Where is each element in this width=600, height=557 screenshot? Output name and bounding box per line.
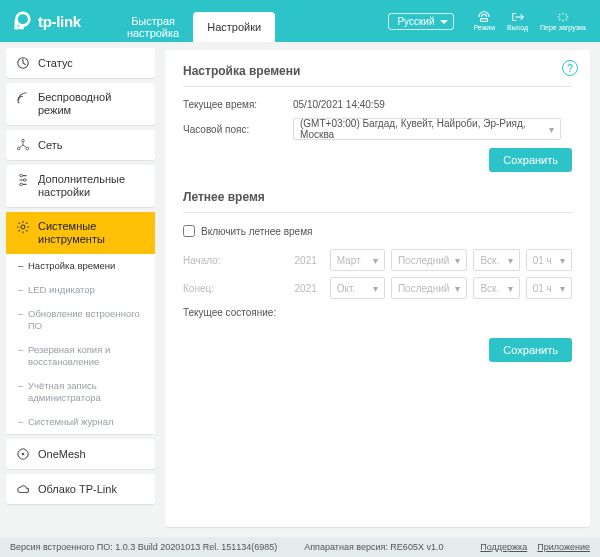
reload-button[interactable]: Пере загрузка bbox=[534, 11, 592, 32]
nav-advanced[interactable]: Дополнительные настройки bbox=[6, 165, 155, 207]
subnav-firmware[interactable]: Обновление встроенного ПО bbox=[6, 302, 155, 338]
firmware-version: Версия встроенного ПО: 1.0.3 Build 20201… bbox=[10, 542, 277, 552]
dst-end-label: Конец: bbox=[183, 283, 282, 294]
tplink-logo-icon bbox=[10, 10, 32, 32]
tab-settings[interactable]: Настройки bbox=[193, 12, 275, 42]
svg-rect-3 bbox=[481, 18, 488, 21]
svg-point-12 bbox=[21, 225, 25, 229]
dst-enable-label: Включить летнее время bbox=[201, 226, 312, 237]
dst-end-year: 2021 bbox=[288, 283, 324, 294]
support-link[interactable]: Поддержка bbox=[480, 542, 527, 552]
dst-state-label: Текущее состояние: bbox=[183, 307, 572, 318]
nav-status[interactable]: Статус bbox=[6, 48, 155, 78]
gear-icon bbox=[16, 220, 30, 234]
svg-point-5 bbox=[18, 102, 20, 104]
network-icon bbox=[16, 138, 30, 152]
dst-start-hour[interactable]: 01 ч▾ bbox=[526, 249, 572, 271]
dst-start-ordinal[interactable]: Последний▾ bbox=[391, 249, 467, 271]
wireless-icon bbox=[16, 91, 30, 105]
dst-start-label: Начало: bbox=[183, 255, 282, 266]
logout-button[interactable]: Выход bbox=[501, 11, 534, 32]
dst-end-ordinal[interactable]: Последний▾ bbox=[391, 277, 467, 299]
sidebar: Статус Беспроводной режим Сеть Дополните… bbox=[0, 42, 155, 537]
mode-icon bbox=[477, 11, 491, 23]
subnav-admin[interactable]: Учётная запись администратора bbox=[6, 374, 155, 410]
dst-start-year: 2021 bbox=[288, 255, 324, 266]
header: tp-link Быстрая настройка Настройки Русс… bbox=[0, 0, 600, 42]
hardware-version: Аппаратная версия: RE605X v1.0 bbox=[304, 542, 443, 552]
footer: Версия встроенного ПО: 1.0.3 Build 20201… bbox=[0, 537, 600, 557]
section-time-title: Настройка времени bbox=[183, 64, 572, 87]
svg-point-0 bbox=[16, 13, 29, 26]
app-link[interactable]: Приложение bbox=[537, 542, 590, 552]
current-time-label: Текущее время: bbox=[183, 99, 293, 110]
content-area: ? Настройка времени Текущее время: 05/10… bbox=[155, 42, 600, 537]
main-tabs: Быстрая настройка Настройки bbox=[113, 0, 275, 42]
subnav-led[interactable]: LED индикатор bbox=[6, 278, 155, 302]
dst-start-month[interactable]: Март▾ bbox=[330, 249, 385, 271]
dst-enable-checkbox[interactable] bbox=[183, 225, 195, 237]
subnav-time[interactable]: Настройка времени bbox=[6, 254, 155, 278]
onemesh-icon bbox=[16, 447, 30, 461]
dst-end-hour[interactable]: 01 ч▾ bbox=[526, 277, 572, 299]
reload-icon bbox=[556, 11, 570, 23]
nav-network[interactable]: Сеть bbox=[6, 130, 155, 160]
svg-point-6 bbox=[22, 139, 25, 142]
brand-name: tp-link bbox=[38, 13, 81, 30]
svg-point-11 bbox=[20, 183, 23, 186]
dst-start-day[interactable]: Вск.▾ bbox=[473, 249, 519, 271]
chevron-down-icon: ▾ bbox=[549, 124, 554, 135]
mode-button[interactable]: Режим bbox=[468, 11, 502, 32]
language-select[interactable]: Русский bbox=[388, 13, 453, 30]
cloud-icon bbox=[16, 482, 30, 496]
advanced-icon bbox=[16, 173, 30, 187]
svg-point-10 bbox=[23, 179, 26, 182]
subnav-backup[interactable]: Резервная копия и восстановление bbox=[6, 338, 155, 374]
help-button[interactable]: ? bbox=[562, 60, 578, 76]
svg-rect-2 bbox=[15, 27, 24, 30]
timezone-label: Часовой пояс: bbox=[183, 124, 293, 135]
tab-quick-setup[interactable]: Быстрая настройка bbox=[113, 12, 193, 42]
section-dst-title: Летнее время bbox=[183, 190, 572, 213]
logout-icon bbox=[511, 11, 525, 23]
status-icon bbox=[16, 56, 30, 70]
nav-wireless[interactable]: Беспроводной режим bbox=[6, 83, 155, 125]
nav-cloud[interactable]: Облако TP-Link bbox=[6, 474, 155, 504]
dst-end-month[interactable]: Окт.▾ bbox=[330, 277, 385, 299]
save-button-time[interactable]: Сохранить bbox=[489, 148, 572, 172]
save-button-dst[interactable]: Сохранить bbox=[489, 338, 572, 362]
subnav-syslog[interactable]: Системный журнал bbox=[6, 410, 155, 434]
brand-logo: tp-link bbox=[0, 10, 93, 32]
nav-onemesh[interactable]: OneMesh bbox=[6, 439, 155, 469]
dst-end-day[interactable]: Вск.▾ bbox=[473, 277, 519, 299]
nav-system-tools[interactable]: Системные инструменты bbox=[6, 212, 155, 254]
svg-point-9 bbox=[20, 174, 23, 177]
dst-enable-row: Включить летнее время bbox=[183, 225, 572, 237]
timezone-select[interactable]: (GMT+03:00) Багдад, Кувейт, Найроби, Эр-… bbox=[293, 118, 561, 140]
current-time-value: 05/10/2021 14:40:59 bbox=[293, 99, 385, 110]
svg-point-13 bbox=[22, 453, 25, 456]
